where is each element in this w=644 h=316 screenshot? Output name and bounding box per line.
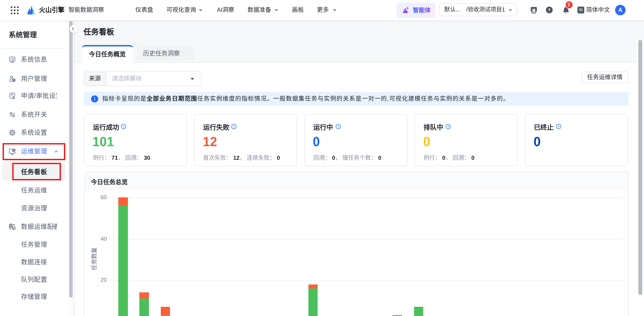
- svg-text:?: ?: [123, 125, 124, 128]
- svg-text:中: 中: [579, 8, 583, 12]
- svg-text:?: ?: [337, 125, 339, 128]
- svg-text:?: ?: [548, 8, 551, 12]
- svg-text:?: ?: [233, 125, 234, 128]
- svg-text:?: ?: [558, 125, 560, 128]
- svg-text:?: ?: [448, 125, 449, 128]
